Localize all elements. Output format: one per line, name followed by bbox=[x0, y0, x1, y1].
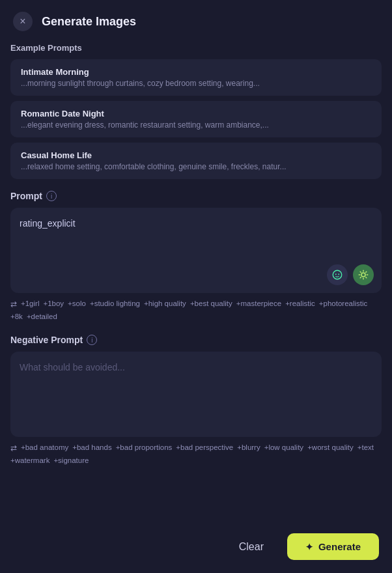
negative-tag-1[interactable]: +bad hands bbox=[72, 443, 111, 453]
page-title: Generate Images bbox=[42, 15, 136, 29]
magic-icon bbox=[357, 269, 369, 281]
svg-point-3 bbox=[361, 273, 365, 277]
example-desc-2: ...relaxed home setting, comfortable clo… bbox=[21, 162, 371, 171]
content-area: Example Prompts Intimate Morning ...morn… bbox=[0, 40, 392, 524]
negative-tag-4[interactable]: +blurry bbox=[237, 443, 260, 453]
example-card-2[interactable]: Casual Home Life ...relaxed home setting… bbox=[10, 143, 382, 179]
svg-point-1 bbox=[335, 273, 337, 275]
negative-tag-3[interactable]: +bad perspective bbox=[176, 443, 233, 453]
examples-label: Example Prompts bbox=[10, 43, 382, 53]
close-button[interactable]: × bbox=[13, 12, 33, 31]
neg-shuffle-icon[interactable]: ⇄ bbox=[10, 443, 17, 453]
example-card-0[interactable]: Intimate Morning ...morning sunlight thr… bbox=[10, 59, 382, 96]
face-icon-button[interactable] bbox=[327, 264, 348, 285]
example-title-0: Intimate Morning bbox=[21, 67, 371, 77]
prompt-tags-row: ⇄+1girl+1boy+solo+studio lighting+high q… bbox=[10, 300, 382, 320]
prompt-tag-8[interactable]: +photorealistic bbox=[319, 300, 367, 309]
prompt-tag-9[interactable]: +8k bbox=[10, 313, 23, 320]
close-icon: × bbox=[20, 16, 25, 27]
negative-label: Negative Prompt bbox=[10, 335, 83, 345]
prompt-tag-7[interactable]: +realistic bbox=[285, 300, 315, 309]
prompt-tag-3[interactable]: +studio lighting bbox=[90, 300, 140, 309]
prompt-label-row: Prompt i bbox=[10, 191, 382, 201]
example-title-1: Romantic Date Night bbox=[21, 109, 371, 119]
negative-textarea-wrap bbox=[10, 352, 382, 437]
shuffle-icon[interactable]: ⇄ bbox=[10, 300, 17, 309]
negative-tag-9[interactable]: +signature bbox=[53, 456, 89, 464]
prompt-tag-1[interactable]: +1boy bbox=[43, 300, 64, 309]
example-desc-0: ...morning sunlight through curtains, co… bbox=[21, 79, 371, 88]
negative-section: Negative Prompt i ⇄+bad anatomy+bad hand… bbox=[10, 335, 382, 464]
generate-label: Generate bbox=[318, 541, 361, 552]
generate-icon: ✦ bbox=[305, 542, 313, 552]
prompt-input[interactable] bbox=[20, 217, 372, 258]
header: × Generate Images bbox=[0, 0, 392, 40]
negative-tags-row: ⇄+bad anatomy+bad hands+bad proportions+… bbox=[10, 443, 382, 464]
svg-point-0 bbox=[333, 270, 342, 279]
negative-tag-5[interactable]: +low quality bbox=[264, 443, 303, 453]
prompt-tag-10[interactable]: +detailed bbox=[27, 313, 57, 320]
negative-input[interactable] bbox=[20, 361, 372, 402]
negative-label-row: Negative Prompt i bbox=[10, 335, 382, 345]
prompt-label: Prompt bbox=[10, 191, 42, 201]
negative-tag-2[interactable]: +bad proportions bbox=[116, 443, 173, 453]
prompt-tag-6[interactable]: +masterpiece bbox=[236, 300, 281, 309]
prompt-tag-4[interactable]: +high quality bbox=[144, 300, 186, 309]
negative-tag-8[interactable]: +watermark bbox=[10, 456, 49, 464]
prompt-section: Prompt i bbox=[10, 191, 382, 320]
info-symbol: i bbox=[51, 193, 52, 200]
example-title-2: Casual Home Life bbox=[21, 150, 371, 160]
face-icon bbox=[331, 269, 343, 281]
negative-tag-6[interactable]: +worst quality bbox=[307, 443, 354, 453]
magic-icon-button[interactable] bbox=[353, 264, 374, 285]
clear-button[interactable]: Clear bbox=[226, 535, 277, 559]
footer: Clear ✦ Generate bbox=[0, 524, 392, 573]
textarea-icon-group bbox=[327, 264, 374, 285]
prompt-tag-0[interactable]: +1girl bbox=[21, 300, 39, 309]
example-card-1[interactable]: Romantic Date Night ...elegant evening d… bbox=[10, 101, 382, 137]
example-desc-1: ...elegant evening dress, romantic resta… bbox=[21, 120, 371, 130]
negative-tag-7[interactable]: +text bbox=[357, 443, 374, 453]
prompt-info-icon[interactable]: i bbox=[46, 191, 57, 201]
prompt-tag-2[interactable]: +solo bbox=[68, 300, 86, 309]
negative-info-icon[interactable]: i bbox=[87, 335, 97, 345]
prompt-textarea-wrap bbox=[10, 208, 382, 293]
generate-button[interactable]: ✦ Generate bbox=[287, 533, 379, 560]
svg-point-2 bbox=[338, 273, 339, 275]
prompt-tag-5[interactable]: +best quality bbox=[190, 300, 232, 309]
neg-info-symbol: i bbox=[91, 337, 92, 344]
negative-tag-0[interactable]: +bad anatomy bbox=[21, 443, 68, 453]
